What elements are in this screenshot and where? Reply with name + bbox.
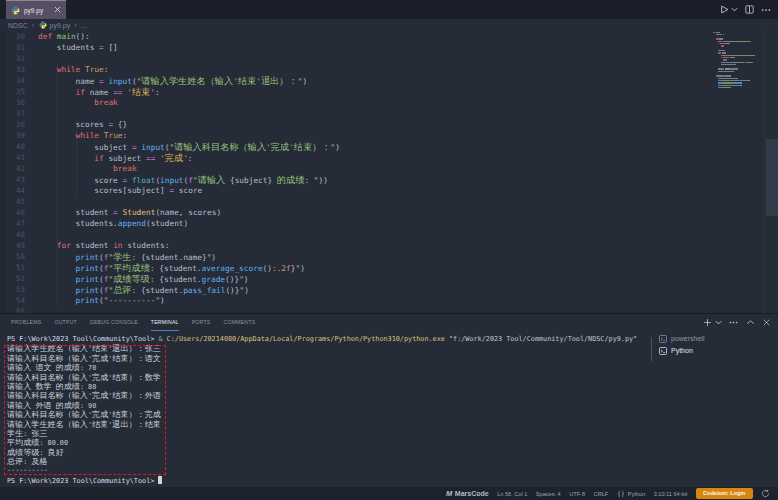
line-number: 34 <box>0 75 25 86</box>
vscode-window: py9.py NDSC › py9.py › … 30def main():31 <box>0 0 778 500</box>
status-item-codeium[interactable]: Codeium: Login <box>696 488 753 499</box>
more-actions-icon[interactable] <box>729 318 738 327</box>
code-line-45: 45 <box>0 196 778 207</box>
code-line-32: 32 <box>0 53 778 64</box>
line-number: 39 <box>0 130 25 141</box>
tab-label: py9.py <box>24 7 43 14</box>
line-number: 48 <box>0 229 25 240</box>
editor-actions <box>720 0 771 19</box>
line-number: 51 <box>0 262 25 273</box>
line-number: 42 <box>0 163 25 174</box>
line-number: 41 <box>0 152 25 163</box>
line-number: 33 <box>0 64 25 75</box>
code-line-36: 36 break <box>0 97 778 108</box>
python-file-icon <box>11 6 20 15</box>
tab-py9py[interactable]: py9.py <box>6 0 66 19</box>
terminal-line-11: 学生: 张三 <box>7 429 650 438</box>
status-bar: MMarsCodeLn 58, Col 1Spaces: 4UTF-8CRLFP… <box>0 487 778 500</box>
code-line-37: 37 <box>0 108 778 119</box>
breadcrumb-folder[interactable]: NDSC <box>8 22 28 29</box>
code-line-52: 52 print(f"成绩等级: {student.grade()}") <box>0 273 778 284</box>
code-line-55: 55 <box>0 306 778 313</box>
scrollbar-thumb[interactable] <box>766 139 778 216</box>
status-item-sync[interactable] <box>761 489 770 498</box>
line-number: 37 <box>0 108 25 119</box>
code-line-35: 35 if name == '结束': <box>0 86 778 97</box>
panel-tab-terminal[interactable]: TERMINAL <box>151 314 179 331</box>
editor-scrollbar[interactable] <box>764 31 778 313</box>
tab-close-icon[interactable] <box>54 6 61 15</box>
breadcrumb-file[interactable]: py9.py <box>50 22 71 29</box>
panel-header: PROBLEMSOUTPUTDEBUG CONSOLETERMINALPORTS… <box>0 314 778 331</box>
breadcrumb-separator: › <box>32 21 35 30</box>
panel-tabs: PROBLEMSOUTPUTDEBUG CONSOLETERMINALPORTS… <box>11 314 255 331</box>
status-item-label: UTF-8 <box>569 491 585 497</box>
code-line-43: 43 score = float(input(f"请输入 {subject} 的… <box>0 174 778 185</box>
code-line-47: 47 students.append(student) <box>0 218 778 229</box>
terminal-line-15: ---------- <box>7 466 650 475</box>
status-item-marscode[interactable]: MMarsCode <box>446 489 489 498</box>
run-button[interactable] <box>720 5 738 14</box>
close-panel-icon[interactable] <box>762 318 771 327</box>
terminal-list-label: Python <box>671 347 693 354</box>
terminal-line-13: 成绩等级: 良好 <box>7 448 650 457</box>
panel-tab-ports[interactable]: PORTS <box>192 314 211 331</box>
terminal-list-sash[interactable] <box>651 337 652 361</box>
indent-guide <box>76 130 77 196</box>
panel-tab-problems[interactable]: PROBLEMS <box>11 314 41 331</box>
minimap[interactable] <box>708 31 758 313</box>
panel-tab-debug-console[interactable]: DEBUG CONSOLE <box>90 314 138 331</box>
terminal-output[interactable]: PS F:\Work\2023 Tool\Community\Tool> & C… <box>0 331 650 487</box>
line-number: 46 <box>0 207 25 218</box>
status-item-label: Ln 58, Col 1 <box>497 491 527 497</box>
terminal-cursor <box>158 476 162 484</box>
status-item-cursor-position[interactable]: Ln 58, Col 1 <box>497 491 527 497</box>
line-number: 45 <box>0 196 25 207</box>
code-line-39: 39 while True: <box>0 130 778 141</box>
code-line-54: 54 print("----------") <box>0 295 778 306</box>
line-number: 47 <box>0 218 25 229</box>
code-line-53: 53 print(f"总评: {student.pass_fail()}") <box>0 284 778 295</box>
code-line-50: 50 print(f"学生: {student.name}") <box>0 251 778 262</box>
code-line-33: 33 while True: <box>0 64 778 75</box>
terminal-line-3: 请输入科目名称（输入'完成'结束）：语文 <box>7 354 650 363</box>
code-line-38: 38 scores = {} <box>0 119 778 130</box>
split-editor-icon[interactable] <box>745 5 754 14</box>
terminal-icon <box>659 347 667 355</box>
terminal-list-item-python[interactable]: Python <box>651 345 778 357</box>
status-item-label: CRLF <box>594 491 609 497</box>
more-actions-icon[interactable] <box>761 5 771 15</box>
status-item-eol[interactable]: CRLF <box>594 491 609 497</box>
line-number: 31 <box>0 42 25 53</box>
code-line-48: 48 <box>0 229 778 240</box>
code-line-51: 51 print(f"平均成绩: {student.average_score(… <box>0 262 778 273</box>
breadcrumb: NDSC › py9.py › … <box>0 19 778 31</box>
line-number: 43 <box>0 174 25 185</box>
terminal-list-item-powershell[interactable]: powershell <box>651 333 778 345</box>
maximize-panel-icon[interactable] <box>746 318 755 327</box>
status-item-indentation[interactable]: Spaces: 4 <box>536 491 561 497</box>
play-icon <box>720 5 729 14</box>
terminal-tabs-list: powershellPython <box>650 331 778 487</box>
terminal-icon <box>659 335 667 343</box>
status-item-language-mode[interactable]: Python <box>617 490 645 498</box>
line-number: 44 <box>0 185 25 196</box>
status-item-encoding[interactable]: UTF-8 <box>569 491 585 497</box>
code-line-46: 46 student = Student(name, scores) <box>0 207 778 218</box>
new-terminal-button[interactable] <box>703 318 722 327</box>
line-number: 40 <box>0 141 25 152</box>
code-area: 30def main():31 students = []3233 while … <box>0 31 778 313</box>
panel-tab-output[interactable]: OUTPUT <box>54 314 77 331</box>
sync-icon <box>761 489 770 498</box>
panel-tab-comments[interactable]: COMMENTS <box>223 314 255 331</box>
code-editor[interactable]: 30def main():31 students = []3233 while … <box>0 31 778 313</box>
code-line-30: 30def main(): <box>0 31 778 42</box>
line-number: 38 <box>0 119 25 130</box>
code-line-49: 49 for student in students: <box>0 240 778 251</box>
chevron-down-icon <box>715 319 722 326</box>
marscode-logo: M <box>446 489 452 498</box>
status-item-python-interpreter[interactable]: 3.10.11 64-bit <box>654 491 688 497</box>
line-number: 32 <box>0 53 25 64</box>
braces-icon <box>617 490 625 498</box>
breadcrumb-symbol[interactable]: … <box>81 22 88 29</box>
